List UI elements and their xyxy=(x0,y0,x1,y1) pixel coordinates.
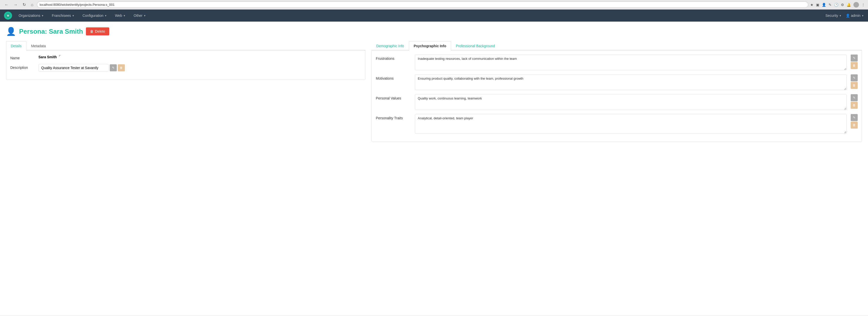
organizations-dropdown-arrow: ▼ xyxy=(41,14,44,17)
motivations-field: Motivations Ensuring product quality, co… xyxy=(376,74,858,90)
admin-dropdown-arrow: ▼ xyxy=(862,14,864,17)
frustrations-field: Frustrations Inadequate testing resource… xyxy=(376,55,858,70)
trash-icon: 🗑 xyxy=(90,29,93,33)
other-dropdown-arrow: ▼ xyxy=(144,14,146,17)
personal-values-delete-button[interactable]: 🗑 xyxy=(851,102,858,109)
personality-traits-label: Personality Traits xyxy=(376,114,411,120)
description-input[interactable] xyxy=(38,64,109,72)
nav-item-organizations[interactable]: Organizations ▼ xyxy=(15,9,47,22)
name-value: Sara Smith ⌜ xyxy=(38,55,61,59)
frustrations-delete-button[interactable]: 🗑 xyxy=(851,62,858,69)
nav-item-configuration[interactable]: Configuration ▼ xyxy=(79,9,110,22)
franchisees-dropdown-arrow: ▼ xyxy=(72,14,74,17)
motivations-actions: ✎ 🗑 xyxy=(851,74,858,89)
description-input-wrap: ✎ 🗑 xyxy=(38,64,361,72)
browser-bar: ← → ↻ ⌂ ★ ▣ 👤 ✎ 🕐 ⚙ 🔔 ⋮ xyxy=(0,0,868,9)
page-title: Persona: Sara Smith xyxy=(19,28,83,35)
personal-values-textarea[interactable]: Quality work, continuous learning, teamw… xyxy=(415,94,847,110)
description-field-row: Description ✎ 🗑 xyxy=(10,64,361,72)
star-icon[interactable]: ★ xyxy=(810,3,813,7)
two-col-layout: Details Metadata Name Sara Smith ⌜ Des xyxy=(6,41,862,142)
app-logo[interactable]: W xyxy=(4,11,12,20)
extensions-icon[interactable]: ▣ xyxy=(816,3,819,7)
app-nav: W Organizations ▼ Franchisees ▼ Configur… xyxy=(0,9,868,22)
main-content: 👤 Persona: Sara Smith 🗑 Delete Details M… xyxy=(0,22,868,315)
left-panel: Details Metadata Name Sara Smith ⌜ Des xyxy=(6,41,366,80)
psychographic-card: Frustrations Inadequate testing resource… xyxy=(371,50,862,142)
details-card: Name Sara Smith ⌜ Description ✎ 🗑 xyxy=(6,50,366,80)
frustrations-textarea[interactable]: Inadequate testing resources, lack of co… xyxy=(415,55,847,70)
profile-icon[interactable]: 👤 xyxy=(822,3,826,7)
frustrations-label: Frustrations xyxy=(376,55,411,61)
browser-user-avatar[interactable] xyxy=(854,2,859,7)
person-icon: 👤 xyxy=(6,27,16,36)
personal-values-edit-button[interactable]: ✎ xyxy=(851,94,858,101)
motivations-delete-button[interactable]: 🗑 xyxy=(851,82,858,89)
personality-traits-edit-button[interactable]: ✎ xyxy=(851,114,858,121)
personality-traits-delete-button[interactable]: 🗑 xyxy=(851,122,858,129)
notification-icon[interactable]: 🔔 xyxy=(847,3,851,7)
description-label: Description xyxy=(10,64,35,70)
history-icon[interactable]: 🕐 xyxy=(834,3,838,7)
personal-values-label: Personal Values xyxy=(376,94,411,100)
delete-button[interactable]: 🗑 Delete xyxy=(86,27,109,35)
personal-values-actions: ✎ 🗑 xyxy=(851,94,858,109)
user-icon: 👤 xyxy=(846,13,850,18)
tab-psychographic[interactable]: Psychographic Info xyxy=(409,41,451,51)
nav-right: Security ▼ 👤 admin ▼ xyxy=(825,13,864,18)
motivations-textarea[interactable]: Ensuring product quality, collaborating … xyxy=(415,74,847,90)
browser-icons: ★ ▣ 👤 ✎ 🕐 ⚙ 🔔 ⋮ xyxy=(810,2,865,7)
configuration-dropdown-arrow: ▼ xyxy=(104,14,107,17)
personal-values-field: Personal Values Quality work, continuous… xyxy=(376,94,858,110)
url-bar[interactable] xyxy=(37,1,808,8)
menu-icon[interactable]: ⋮ xyxy=(862,3,865,7)
admin-menu[interactable]: 👤 admin ▼ xyxy=(846,13,864,18)
personality-traits-actions: ✎ 🗑 xyxy=(851,114,858,129)
name-label: Name xyxy=(10,55,35,60)
nav-item-web[interactable]: Web ▼ xyxy=(112,9,129,22)
motivations-edit-button[interactable]: ✎ xyxy=(851,74,858,82)
svg-text:W: W xyxy=(7,14,9,17)
security-menu[interactable]: Security ▼ xyxy=(825,13,841,18)
web-dropdown-arrow: ▼ xyxy=(123,14,126,17)
pen-icon[interactable]: ✎ xyxy=(829,3,832,7)
nav-item-other[interactable]: Other ▼ xyxy=(130,9,149,22)
motivations-label: Motivations xyxy=(376,74,411,81)
description-delete-button[interactable]: 🗑 xyxy=(118,64,125,71)
left-tab-bar: Details Metadata xyxy=(6,41,366,51)
tab-demographic[interactable]: Demographic Info xyxy=(371,41,409,51)
personality-traits-field: Personality Traits Analytical, detail-or… xyxy=(376,114,858,134)
security-dropdown-arrow: ▼ xyxy=(839,14,842,17)
right-panel: Demographic Info Psychographic Info Prof… xyxy=(371,41,862,142)
tab-professional[interactable]: Professional Background xyxy=(451,41,500,51)
description-edit-button[interactable]: ✎ xyxy=(110,64,117,71)
puzzle-icon[interactable]: ⚙ xyxy=(841,3,844,7)
refresh-button[interactable]: ↻ xyxy=(21,2,27,7)
right-tab-bar: Demographic Info Psychographic Info Prof… xyxy=(371,41,862,51)
back-button[interactable]: ← xyxy=(3,2,10,7)
nav-left: W Organizations ▼ Franchisees ▼ Configur… xyxy=(4,9,149,22)
forward-button[interactable]: → xyxy=(12,2,19,7)
personality-traits-textarea[interactable]: Analytical, detail-oriented, team player xyxy=(415,114,847,134)
frustrations-actions: ✎ 🗑 xyxy=(851,55,858,69)
frustrations-edit-button[interactable]: ✎ xyxy=(851,55,858,62)
tab-details[interactable]: Details xyxy=(6,41,26,51)
tab-metadata[interactable]: Metadata xyxy=(26,41,51,51)
format-clear-icon[interactable]: ⌜ xyxy=(59,55,61,59)
name-field-row: Name Sara Smith ⌜ xyxy=(10,55,361,60)
nav-item-franchisees[interactable]: Franchisees ▼ xyxy=(48,9,78,22)
home-button[interactable]: ⌂ xyxy=(29,2,35,7)
page-title-row: 👤 Persona: Sara Smith 🗑 Delete xyxy=(6,27,862,36)
